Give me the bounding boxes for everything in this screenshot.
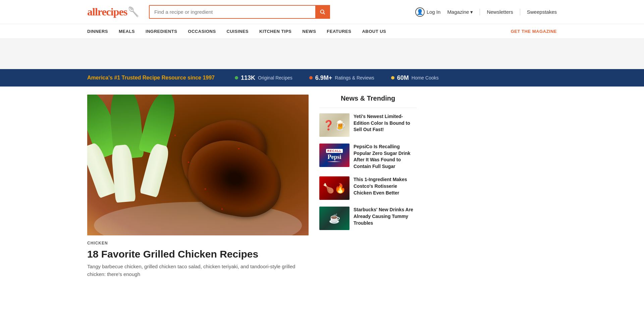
newsletters-link[interactable]: Newsletters [487,9,513,15]
stat-dot-cooks [391,76,394,79]
tagline-start: America's [87,75,114,80]
stat-ratings: 6.9M+ Ratings & Reviews [309,74,374,81]
pepper-flake [205,188,206,189]
news-text-pepsi: PepsiCo Is Recalling Popular Zero Sugar … [354,144,417,170]
pepper-flake [174,135,176,136]
sweepstakes-link[interactable]: Sweepstakes [527,9,557,15]
main-nav: DINNERS MEALS INGREDIENTS OCCASIONS CUIS… [0,24,644,39]
nav-item-kitchen-tips[interactable]: KITCHEN TIPS [259,29,291,34]
chevron-down-icon: ▾ [470,9,473,15]
search-button[interactable] [315,5,330,19]
svg-line-1 [324,13,325,14]
stats-bar: America's #1 Trusted Recipe Resource sin… [0,69,644,87]
magazine-button[interactable]: Magazine ▾ [447,9,473,15]
search-input[interactable] [149,5,330,19]
yeti-image: ❓🍺 [319,113,350,137]
bok-choy [87,95,181,235]
news-thumbnail-costco: 🍗🔥 [319,176,350,200]
sidebar-title: News & Trending [319,95,417,108]
news-item-yeti[interactable]: ❓🍺 Yeti's Newest Limited-Edition Color I… [319,113,417,137]
nav-item-news[interactable]: NEWS [302,29,316,34]
stat-dot-recipes [235,76,238,79]
ad-banner [0,39,644,69]
nav-item-about-us[interactable]: ABOUT US [362,29,386,34]
nav-item-dinners[interactable]: DINNERS [87,29,108,34]
nav-item-features[interactable]: FEATURES [327,29,351,34]
tagline-highlight: #1 Trusted Recipe Resource [114,75,186,80]
nav-item-ingredients[interactable]: INGREDIENTS [146,29,177,34]
user-icon: 👤 [415,7,425,17]
hero-section: CHICKEN 18 Favorite Grilled Chicken Reci… [87,95,309,278]
news-thumbnail-pepsi: RECALL Pepsi [319,144,350,167]
pepper-flake [238,148,239,149]
starbucks-image: ☕ [319,207,350,230]
logo[interactable]: allrecipes 🥄 [87,6,141,18]
pepper-flake [188,162,189,163]
stat-label-cooks: Home Cooks [412,75,439,80]
header: allrecipes 🥄 👤 Log In Magazine ▾ Newslet… [0,0,644,24]
pepper-flake [221,209,223,210]
get-magazine-link[interactable]: GET THE MAGAZINE [511,29,557,34]
news-thumbnail-yeti: ❓🍺 [319,113,350,137]
logo-spoon-icon: 🥄 [128,6,140,17]
login-button[interactable]: 👤 Log In [415,7,441,17]
sidebar: News & Trending ❓🍺 Yeti's Newest Limited… [319,95,417,278]
news-item-costco[interactable]: 🍗🔥 This 1-Ingredient Makes Costco's Roti… [319,176,417,200]
stat-cooks: 60M Home Cooks [391,74,439,81]
hero-title: 18 Favorite Grilled Chicken Recipes [87,248,309,260]
stats-tagline: America's #1 Trusted Recipe Resource sin… [87,75,215,81]
hero-image[interactable] [87,95,309,235]
stat-dot-ratings [309,76,313,79]
nav-item-cuisines[interactable]: CUISINES [227,29,249,34]
nav-item-meals[interactable]: MEALS [119,29,135,34]
stat-number-cooks: 60M [397,74,409,81]
login-label: Log In [427,9,441,15]
news-text-yeti: Yeti's Newest Limited-Edition Color Is B… [354,113,417,137]
tagline-end: since 1997 [186,75,215,80]
header-divider-1 [480,9,480,15]
logo-text: allrecipes [87,6,127,18]
costco-image: 🍗🔥 [319,176,350,200]
stat-number-ratings: 6.9M+ [315,74,332,81]
stat-label-recipes: Original Recipes [258,75,292,80]
svg-point-0 [321,10,324,13]
hero-image-bg [87,95,309,235]
news-item-starbucks[interactable]: ☕ Starbucks' New Drinks Are Already Caus… [319,207,417,230]
main-content: CHICKEN 18 Favorite Grilled Chicken Reci… [0,87,644,286]
magazine-label: Magazine [447,9,469,15]
hero-category: CHICKEN [87,241,309,245]
stat-number-recipes: 113K [241,74,255,81]
search-icon [320,9,325,15]
stat-recipes: 113K Original Recipes [235,74,292,81]
header-right: 👤 Log In Magazine ▾ Newsletters Sweepsta… [415,7,557,17]
news-text-starbucks: Starbucks' New Drinks Are Already Causin… [354,207,417,230]
pepsi-image: RECALL Pepsi [319,144,350,167]
news-item-pepsi[interactable]: RECALL Pepsi PepsiCo Is Recalling Popula… [319,144,417,170]
header-divider-2 [520,9,520,15]
news-thumbnail-starbucks: ☕ [319,207,350,230]
hero-description: Tangy barbecue chicken, grilled chicken … [87,263,309,278]
search-area [149,5,330,19]
stat-label-ratings: Ratings & Reviews [335,75,374,80]
news-text-costco: This 1-Ingredient Makes Costco's Rotisse… [354,176,417,200]
nav-item-occasions[interactable]: OCCASIONS [188,29,216,34]
